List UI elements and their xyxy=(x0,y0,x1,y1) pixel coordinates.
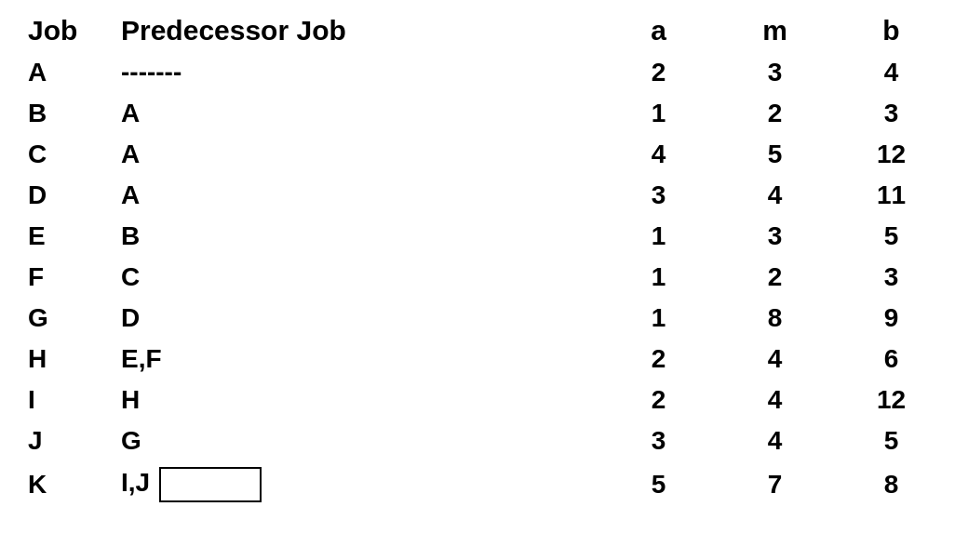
cell-predecessor: A xyxy=(112,134,600,175)
cell-job: H xyxy=(19,339,112,380)
cell-predecessor: ------- xyxy=(112,52,600,93)
header-a: a xyxy=(600,9,717,52)
cell-a: 1 xyxy=(600,298,717,339)
cell-predecessor: I,J xyxy=(112,461,600,508)
cell-m: 7 xyxy=(717,461,833,508)
cell-a: 2 xyxy=(600,339,717,380)
job-table: Job Predecessor Job a m b A-------234BA1… xyxy=(19,9,949,508)
cell-b: 6 xyxy=(833,339,949,380)
header-b: b xyxy=(833,9,949,52)
table-row: GD189 xyxy=(19,298,949,339)
cell-predecessor: E,F xyxy=(112,339,600,380)
cell-b: 3 xyxy=(833,257,949,298)
table-row: BA123 xyxy=(19,93,949,134)
header-job: Job xyxy=(19,9,112,52)
cell-predecessor: D xyxy=(112,298,600,339)
table-row: IH2412 xyxy=(19,380,949,420)
cell-predecessor: A xyxy=(112,93,600,134)
table-body: A-------234BA123CA4512DA3411EB135FC123GD… xyxy=(19,52,949,508)
cell-a: 3 xyxy=(600,175,717,216)
cell-m: 2 xyxy=(717,257,833,298)
table-row: A-------234 xyxy=(19,52,949,93)
cell-b: 12 xyxy=(833,380,949,420)
cell-b: 11 xyxy=(833,175,949,216)
cell-m: 4 xyxy=(717,339,833,380)
table-row: JG345 xyxy=(19,420,949,461)
action-button[interactable] xyxy=(159,467,262,502)
cell-predecessor: H xyxy=(112,380,600,420)
cell-job: B xyxy=(19,93,112,134)
cell-a: 5 xyxy=(600,461,717,508)
cell-b: 5 xyxy=(833,420,949,461)
cell-b: 8 xyxy=(833,461,949,508)
cell-a: 2 xyxy=(600,52,717,93)
cell-m: 8 xyxy=(717,298,833,339)
cell-m: 3 xyxy=(717,52,833,93)
main-container: Job Predecessor Job a m b A-------234BA1… xyxy=(0,0,968,517)
cell-job: A xyxy=(19,52,112,93)
cell-predecessor: B xyxy=(112,216,600,257)
cell-m: 2 xyxy=(717,93,833,134)
table-row: HE,F246 xyxy=(19,339,949,380)
header-row: Job Predecessor Job a m b xyxy=(19,9,949,52)
table-row: FC123 xyxy=(19,257,949,298)
cell-m: 4 xyxy=(717,380,833,420)
table-row: DA3411 xyxy=(19,175,949,216)
cell-predecessor: A xyxy=(112,175,600,216)
table-row: KI,J578 xyxy=(19,461,949,508)
cell-b: 4 xyxy=(833,52,949,93)
cell-job: K xyxy=(19,461,112,508)
cell-m: 3 xyxy=(717,216,833,257)
cell-a: 2 xyxy=(600,380,717,420)
cell-b: 9 xyxy=(833,298,949,339)
cell-m: 4 xyxy=(717,175,833,216)
header-m: m xyxy=(717,9,833,52)
table-row: CA4512 xyxy=(19,134,949,175)
cell-a: 3 xyxy=(600,420,717,461)
cell-m: 5 xyxy=(717,134,833,175)
cell-job: J xyxy=(19,420,112,461)
cell-predecessor: G xyxy=(112,420,600,461)
cell-predecessor: C xyxy=(112,257,600,298)
cell-a: 1 xyxy=(600,257,717,298)
header-predecessor: Predecessor Job xyxy=(112,9,600,52)
cell-job: C xyxy=(19,134,112,175)
cell-b: 12 xyxy=(833,134,949,175)
cell-a: 1 xyxy=(600,93,717,134)
cell-a: 1 xyxy=(600,216,717,257)
table-row: EB135 xyxy=(19,216,949,257)
cell-m: 4 xyxy=(717,420,833,461)
cell-job: E xyxy=(19,216,112,257)
cell-job: D xyxy=(19,175,112,216)
cell-b: 3 xyxy=(833,93,949,134)
cell-a: 4 xyxy=(600,134,717,175)
cell-job: F xyxy=(19,257,112,298)
cell-b: 5 xyxy=(833,216,949,257)
cell-job: G xyxy=(19,298,112,339)
cell-job: I xyxy=(19,380,112,420)
